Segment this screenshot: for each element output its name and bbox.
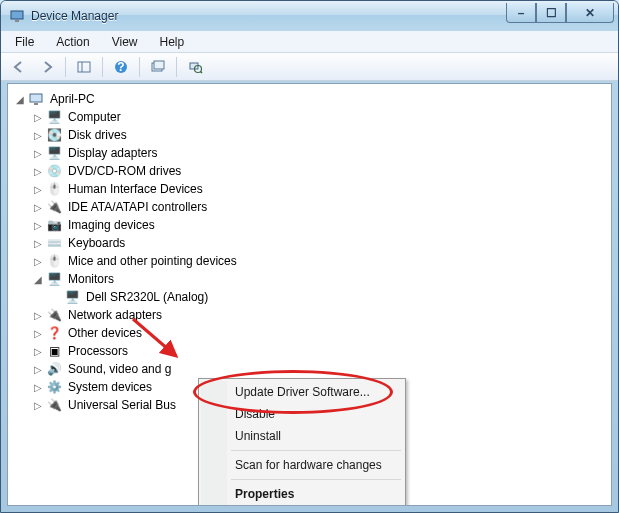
tree-label: IDE ATA/ATAPI controllers bbox=[66, 199, 209, 215]
disk-icon: 💽 bbox=[46, 127, 62, 143]
menu-view[interactable]: View bbox=[102, 33, 148, 51]
cpu-icon: ▣ bbox=[46, 343, 62, 359]
expand-icon[interactable]: ▷ bbox=[32, 364, 44, 375]
tree-label: Other devices bbox=[66, 325, 144, 341]
hid-icon: 🖱️ bbox=[46, 181, 62, 197]
svg-rect-12 bbox=[34, 103, 38, 105]
svg-text:?: ? bbox=[117, 60, 124, 74]
tree-item-keyboard[interactable]: ▷⌨️Keyboards bbox=[12, 234, 607, 252]
tree-item-processors[interactable]: ▷▣Processors bbox=[12, 342, 607, 360]
ctx-properties[interactable]: Properties bbox=[201, 483, 403, 505]
svg-line-10 bbox=[200, 72, 202, 74]
scan-button[interactable] bbox=[146, 56, 170, 78]
system-icon: ⚙️ bbox=[46, 379, 62, 395]
tree-item-monitors[interactable]: ◢🖥️Monitors bbox=[12, 270, 607, 288]
toolbar: ? bbox=[1, 53, 618, 81]
show-hide-tree-button[interactable] bbox=[72, 56, 96, 78]
tree-label: Disk drives bbox=[66, 127, 129, 143]
expand-icon[interactable]: ▷ bbox=[32, 202, 44, 213]
expand-icon[interactable]: ▷ bbox=[32, 238, 44, 249]
tree-pane: ◢ April-PC ▷🖥️Computer ▷💽Disk drives ▷🖥️… bbox=[7, 83, 612, 506]
ctx-separator bbox=[231, 450, 401, 451]
tree-item-mice[interactable]: ▷🖱️Mice and other pointing devices bbox=[12, 252, 607, 270]
tree-item-network[interactable]: ▷🔌Network adapters bbox=[12, 306, 607, 324]
expand-icon[interactable]: ▷ bbox=[32, 130, 44, 141]
tree-label: Display adapters bbox=[66, 145, 159, 161]
expand-icon[interactable]: ▷ bbox=[32, 256, 44, 267]
tree-label: Sound, video and g bbox=[66, 361, 173, 377]
ctx-update-driver[interactable]: Update Driver Software... bbox=[201, 381, 403, 403]
device-manager-window: Device Manager – ☐ ✕ File Action View He… bbox=[0, 0, 619, 513]
tree-item-computer[interactable]: ▷🖥️Computer bbox=[12, 108, 607, 126]
tree-label: System devices bbox=[66, 379, 154, 395]
ctx-separator bbox=[231, 479, 401, 480]
svg-rect-1 bbox=[15, 20, 19, 22]
network-icon: 🔌 bbox=[46, 307, 62, 323]
refresh-button[interactable] bbox=[183, 56, 207, 78]
tree-item-disk[interactable]: ▷💽Disk drives bbox=[12, 126, 607, 144]
usb-icon: 🔌 bbox=[46, 397, 62, 413]
separator bbox=[102, 57, 103, 77]
tree-label: Mice and other pointing devices bbox=[66, 253, 239, 269]
forward-button[interactable] bbox=[35, 56, 59, 78]
minimize-button[interactable]: – bbox=[506, 3, 536, 23]
tree-label: Human Interface Devices bbox=[66, 181, 205, 197]
help-button[interactable]: ? bbox=[109, 56, 133, 78]
tree-item-sound[interactable]: ▷🔊Sound, video and g bbox=[12, 360, 607, 378]
collapse-icon[interactable]: ◢ bbox=[32, 274, 44, 285]
expand-icon[interactable]: ▷ bbox=[32, 328, 44, 339]
tree-label: Dell SR2320L (Analog) bbox=[84, 289, 210, 305]
app-icon bbox=[9, 8, 25, 24]
titlebar[interactable]: Device Manager – ☐ ✕ bbox=[1, 1, 618, 31]
tree-label: Imaging devices bbox=[66, 217, 157, 233]
expand-icon[interactable]: ▷ bbox=[32, 310, 44, 321]
expand-icon[interactable]: ▷ bbox=[32, 148, 44, 159]
dvd-icon: 💿 bbox=[46, 163, 62, 179]
expand-icon[interactable]: ▷ bbox=[32, 400, 44, 411]
tree-item-other[interactable]: ▷❓Other devices bbox=[12, 324, 607, 342]
tree-label: Monitors bbox=[66, 271, 116, 287]
svg-rect-2 bbox=[78, 62, 90, 72]
ctx-uninstall[interactable]: Uninstall bbox=[201, 425, 403, 447]
menubar: File Action View Help bbox=[1, 31, 618, 53]
tree-item-monitor-device[interactable]: 🖥️Dell SR2320L (Analog) bbox=[12, 288, 607, 306]
tree-label: April-PC bbox=[48, 91, 97, 107]
menu-action[interactable]: Action bbox=[46, 33, 99, 51]
separator bbox=[139, 57, 140, 77]
mouse-icon: 🖱️ bbox=[46, 253, 62, 269]
window-title: Device Manager bbox=[31, 9, 506, 23]
expand-icon[interactable]: ▷ bbox=[32, 346, 44, 357]
expand-icon[interactable]: ▷ bbox=[32, 184, 44, 195]
ide-icon: 🔌 bbox=[46, 199, 62, 215]
ctx-scan-hardware[interactable]: Scan for hardware changes bbox=[201, 454, 403, 476]
svg-rect-0 bbox=[11, 11, 23, 19]
keyboard-icon: ⌨️ bbox=[46, 235, 62, 251]
expand-icon[interactable]: ▷ bbox=[32, 220, 44, 231]
menu-help[interactable]: Help bbox=[150, 33, 195, 51]
tree-item-imaging[interactable]: ▷📷Imaging devices bbox=[12, 216, 607, 234]
expand-icon[interactable]: ▷ bbox=[32, 112, 44, 123]
expand-icon[interactable]: ▷ bbox=[32, 166, 44, 177]
tree-label: Network adapters bbox=[66, 307, 164, 323]
tree-root[interactable]: ◢ April-PC bbox=[12, 90, 607, 108]
device-tree[interactable]: ◢ April-PC ▷🖥️Computer ▷💽Disk drives ▷🖥️… bbox=[8, 84, 611, 420]
maximize-button[interactable]: ☐ bbox=[536, 3, 566, 23]
expand-icon[interactable]: ▷ bbox=[32, 382, 44, 393]
ctx-disable[interactable]: Disable bbox=[201, 403, 403, 425]
separator bbox=[65, 57, 66, 77]
monitor-icon: 🖥️ bbox=[64, 289, 80, 305]
menu-file[interactable]: File bbox=[5, 33, 44, 51]
close-button[interactable]: ✕ bbox=[566, 3, 614, 23]
tree-item-ide[interactable]: ▷🔌IDE ATA/ATAPI controllers bbox=[12, 198, 607, 216]
tree-item-display[interactable]: ▷🖥️Display adapters bbox=[12, 144, 607, 162]
monitor-icon: 🖥️ bbox=[46, 271, 62, 287]
tree-item-hid[interactable]: ▷🖱️Human Interface Devices bbox=[12, 180, 607, 198]
collapse-icon[interactable]: ◢ bbox=[14, 94, 26, 105]
tree-item-dvd[interactable]: ▷💿DVD/CD-ROM drives bbox=[12, 162, 607, 180]
tree-label: Processors bbox=[66, 343, 130, 359]
other-icon: ❓ bbox=[46, 325, 62, 341]
tree-label: Computer bbox=[66, 109, 123, 125]
back-button[interactable] bbox=[7, 56, 31, 78]
computer-icon: 🖥️ bbox=[46, 109, 62, 125]
svg-rect-7 bbox=[154, 61, 164, 69]
